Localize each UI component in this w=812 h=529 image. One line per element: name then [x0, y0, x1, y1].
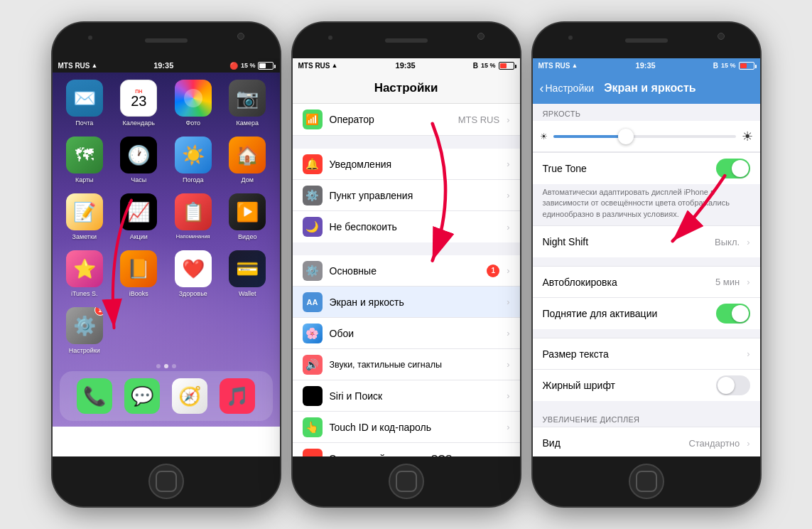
phone-bottom-3 [533, 456, 760, 506]
true-tone-toggle[interactable] [716, 159, 750, 178]
app-camera[interactable]: 📷 Камера [225, 80, 270, 127]
status-bar-3: MTS RUS ▲ 19:35 B 15 % [533, 58, 760, 73]
true-tone-section: True Tone [533, 152, 760, 184]
nav-bar-title-settings: Настройки [374, 81, 438, 95]
app-itunes[interactable]: ⭐ iTunes S. [63, 250, 107, 297]
dock-safari[interactable]: 🧭 [172, 378, 207, 414]
notes-icon: 📝 [66, 193, 103, 230]
bold-text-label: Жирный шрифт [543, 380, 709, 391]
time-2: 19:35 [396, 61, 416, 70]
app-weather[interactable]: ☀️ Погода [171, 137, 216, 183]
app-reminders[interactable]: 📋 Напоминания [171, 193, 216, 240]
app-mail[interactable]: ✉️ Почта [63, 80, 107, 127]
videos-icon: ▶️ [229, 193, 266, 230]
settings-row-wallpaper[interactable]: 🌸 Обои › [293, 318, 520, 349]
dock-music[interactable]: 🎵 [220, 378, 255, 414]
touchid-label: Touch ID и код-пароль [330, 422, 500, 433]
settings-row-touchid[interactable]: 👆 Touch ID и код-пароль › [293, 412, 520, 443]
slider-thumb[interactable] [618, 129, 634, 144]
settings-row-siri[interactable]: ◉ Siri и Поиск › [293, 380, 520, 412]
zoom-section: Вид Стандартно › [533, 427, 760, 456]
settings-row-notifications[interactable]: 🔔 Уведомления › [293, 149, 520, 180]
view-value: Стандартно [688, 438, 740, 449]
dock-phone[interactable]: 📞 [77, 378, 112, 414]
night-shift-row[interactable]: Night Shift Выкл. › [533, 226, 760, 257]
brightness-low-icon: ☀ [540, 132, 548, 141]
status-bar-1: MTS RUS ▲ 19:35 🔴 15 % [53, 58, 280, 73]
autolock-label: Автоблокировка [543, 277, 708, 288]
maps-icon: 🗺 [66, 137, 103, 173]
app-photos[interactable]: Фото [171, 80, 216, 127]
display-content: ЯРКОСТЬ ☀ ☀ True Tone Автоматически адап… [533, 104, 760, 456]
dnd-icon: 🌙 [303, 217, 323, 237]
app-home2[interactable]: 🏠 Дом [225, 137, 270, 183]
dnd-chevron: › [507, 222, 509, 233]
nav-title-display: Экран и яркость [604, 82, 696, 95]
health-icon: ❤️ [175, 250, 212, 287]
home-button-2[interactable] [389, 464, 424, 499]
app-label-health: Здоровье [179, 290, 207, 297]
app-stocks[interactable]: 📈 Акции [117, 193, 161, 240]
bold-text-row[interactable]: Жирный шрифт [533, 370, 760, 401]
text-size-row[interactable]: Размер текста › [533, 338, 760, 370]
app-settings[interactable]: ⚙️ 1 Настройки [63, 307, 107, 354]
true-tone-row[interactable]: True Tone [533, 153, 760, 184]
brightness-section-label: ЯРКОСТЬ [533, 104, 760, 121]
sos-label: Экстренный вызов — SOS [330, 453, 500, 457]
bt-icon-3: B [713, 62, 718, 70]
phone-top-1 [53, 23, 280, 58]
app-calendar[interactable]: Пн 23 Календарь [117, 80, 161, 127]
clock-icon: 🕐 [120, 137, 157, 173]
brightness-row: ☀ ☀ [533, 121, 760, 152]
touchid-icon: 👆 [303, 417, 323, 437]
app-label-notes: Заметки [72, 233, 97, 240]
settings-row-dnd[interactable]: 🌙 Не беспокоить › [293, 211, 520, 242]
app-wallet[interactable]: 💳 Wallet [225, 250, 270, 297]
settings-row-display[interactable]: AA Экран и яркость › [293, 287, 520, 318]
nav-back-button[interactable]: ‹ Настройки [540, 81, 595, 96]
nav-bar-display: ‹ Настройки Экран и яркость [533, 73, 760, 104]
app-clock[interactable]: 🕐 Часы [117, 137, 161, 183]
raise-wake-toggle[interactable] [716, 304, 750, 324]
app-label-weather: Погода [183, 176, 204, 183]
dock-safari-icon: 🧭 [172, 378, 207, 414]
settings-row-sos[interactable]: SOS Экстренный вызов — SOS › [293, 443, 520, 456]
view-row[interactable]: Вид Стандартно › [533, 427, 760, 456]
settings-row-sounds[interactable]: 🔊 Звуки, тактильные сигналы › [293, 349, 520, 380]
autolock-row[interactable]: Автоблокировка 5 мин › [533, 267, 760, 298]
dock-music-icon: 🎵 [220, 378, 255, 414]
settings-row-operator[interactable]: 📶 Оператор MTS RUS › [293, 104, 520, 135]
wifi-icon-1: ▲ [92, 62, 98, 69]
dock-messages-icon: 💬 [124, 378, 160, 414]
settings-section-2: ⚙️ Основные 1 › AA Экран и яркость › 🌸 О… [293, 255, 520, 456]
home-button-3[interactable] [629, 464, 664, 499]
home-button-inner-3 [636, 471, 657, 492]
app-videos[interactable]: ▶️ Видео [225, 193, 270, 240]
camera-3 [718, 33, 725, 40]
screen-3: MTS RUS ▲ 19:35 B 15 % ‹ Настройки Экран… [533, 58, 760, 456]
ibooks-icon: 📙 [120, 250, 157, 287]
app-ibooks[interactable]: 📙 iBooks [117, 250, 161, 297]
status-bar-2: MTS RUS ▲ 19:35 B 15 % [293, 58, 520, 73]
operator-value: MTS RUS [458, 114, 500, 125]
true-tone-label: True Tone [543, 163, 709, 174]
night-shift-label: Night Shift [543, 236, 708, 247]
app-label-itunes: iTunes S. [71, 290, 98, 297]
operator-chevron: › [507, 114, 509, 125]
app-maps[interactable]: 🗺 Карты [63, 137, 107, 183]
app-health[interactable]: ❤️ Здоровье [171, 250, 216, 297]
brightness-slider[interactable] [553, 135, 736, 138]
bold-text-toggle[interactable] [716, 375, 750, 395]
app-label-settings: Настройки [69, 347, 100, 354]
raise-wake-row[interactable]: Поднятие для активации [533, 298, 760, 329]
dock-messages[interactable]: 💬 [124, 378, 160, 414]
settings-list: 📶 Оператор MTS RUS › 🔔 Уведомления › ⚙️ … [293, 104, 520, 456]
settings-row-general[interactable]: ⚙️ Основные 1 › [293, 255, 520, 287]
app-label-maps: Карты [75, 176, 94, 183]
home-button-inner-1 [156, 471, 177, 492]
back-chevron-icon: ‹ [540, 81, 544, 96]
home-button-1[interactable] [148, 464, 184, 499]
app-notes[interactable]: 📝 Заметки [63, 193, 107, 240]
settings-row-control[interactable]: ⚙️ Пункт управления › [293, 180, 520, 211]
wallpaper-chevron: › [507, 328, 509, 338]
